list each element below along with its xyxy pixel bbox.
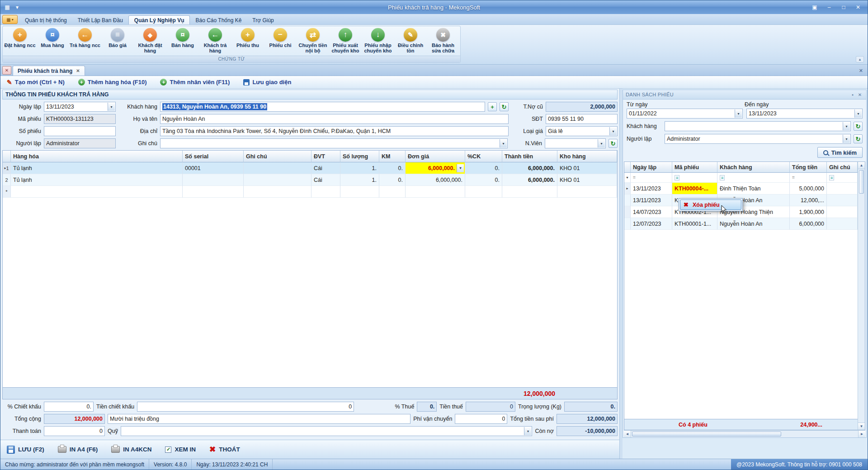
dropdown-icon[interactable]: ▾ xyxy=(854,109,862,118)
ribbon-button-khach-dat-hang[interactable]: ◆ Khách đặt hàng xyxy=(134,27,166,55)
minimize-button[interactable]: – xyxy=(822,3,836,12)
dropdown-icon[interactable]: ▾ xyxy=(108,103,115,111)
preview-checkbox[interactable]: ✓ XEM IN xyxy=(165,446,196,453)
col-hang-hoa[interactable]: Hàng hóa xyxy=(11,151,183,162)
dropdown-icon[interactable]: ▾ xyxy=(500,139,507,147)
col-km[interactable]: KM xyxy=(379,151,406,162)
ribbon-button-khach-tra-hang[interactable]: ← Khách trả hàng xyxy=(199,27,231,55)
col-khach-hang[interactable]: Khách hàng xyxy=(717,162,790,173)
filter-row[interactable]: ▼ = ≡ ≡ = ≡ xyxy=(624,173,858,183)
tab-close-icon[interactable]: ✕ xyxy=(76,68,80,73)
filter-khach-hang[interactable]: ≡ xyxy=(717,173,790,183)
scroll-thumb[interactable] xyxy=(632,432,781,437)
pct-chiet-khau-input[interactable]: 0. xyxy=(44,402,94,412)
tab-tro-giup[interactable]: Trợ Giúp xyxy=(247,16,279,24)
cell-thanh-tien[interactable]: 6,000,000. xyxy=(502,162,557,174)
save-layout-button[interactable]: Lưu giao diện xyxy=(241,78,293,86)
dropdown-icon[interactable]: ▾ xyxy=(843,122,850,130)
cell-hang-hoa[interactable]: Tủ lạnh xyxy=(11,174,183,186)
ribbon-button-chuyen-tien-noi-bo[interactable]: ⇄ Chuyển tiền nội bộ xyxy=(297,27,329,55)
cell-kho-hang[interactable]: KHO 01 xyxy=(557,174,617,186)
voucher-row-1[interactable]: ▸ 13/11/2023 KTH00004-... Đinh Thiện Toà… xyxy=(624,183,858,195)
phi-van-chuyen-input[interactable]: 0 xyxy=(455,414,507,424)
cell-pct-ck[interactable]: 0. xyxy=(465,174,502,186)
col-ngay-lap[interactable]: Ngày lập xyxy=(631,162,672,173)
ghi-chu-input[interactable]: ▾ xyxy=(160,138,508,148)
print-a4-button[interactable]: IN A4 (F6) xyxy=(58,446,98,453)
context-menu-delete-item[interactable]: ✖ Xóa phiếu xyxy=(680,199,741,210)
den-ngay-input[interactable]: 13/11/2023▾ xyxy=(746,109,863,119)
ribbon-button-bao-gia[interactable]: ≡ Báo giá xyxy=(101,27,134,55)
ribbon-button-tra-hang-ncc[interactable]: ← Trả hàng ncc xyxy=(69,27,101,55)
nguoi-lap-filter-input[interactable]: Administrator▾ xyxy=(665,134,851,144)
dia-chi-input[interactable]: Tầng 03 Tòa nhà Indochina Park Tower, Số… xyxy=(160,126,509,136)
panel-close-icon[interactable]: ✕ xyxy=(856,92,863,97)
ribbon-button-phieu-nhap-chuyen-kho[interactable]: ↓ Phiếu nhập chuyển kho xyxy=(362,27,394,55)
cell-dvt[interactable]: Cái xyxy=(311,162,340,174)
cell-km[interactable]: 0. xyxy=(379,162,406,174)
dropdown-icon[interactable]: ▾ xyxy=(524,427,531,435)
filter-ghi-chu[interactable]: ≡ xyxy=(827,173,858,183)
cell-hang-hoa[interactable]: Tủ lạnh xyxy=(11,162,183,174)
cell-so-luong[interactable]: 1. xyxy=(340,174,379,186)
item-new-row[interactable]: * xyxy=(3,186,617,198)
ribbon-button-phieu-chi[interactable]: − Phiếu chi xyxy=(264,27,297,55)
maximize-button[interactable]: □ xyxy=(837,3,850,12)
col-kho-hang[interactable]: Kho hàng xyxy=(557,151,617,162)
filter-ngay-lap[interactable]: = xyxy=(631,173,672,183)
col-don-gia[interactable]: Đơn giá xyxy=(406,151,465,162)
ribbon-button-phieu-thu[interactable]: + Phiếu thu xyxy=(231,27,264,55)
close-button[interactable]: ✕ xyxy=(851,3,865,12)
khach-hang-input[interactable]: 14313, Nguyễn Hoàn An, 0939 55 11 90 xyxy=(160,102,485,112)
col-pct-ck[interactable]: %CK xyxy=(465,151,502,162)
cell-thanh-tien[interactable]: 6,000,000. xyxy=(502,174,557,186)
dropdown-icon[interactable]: ▾ xyxy=(598,139,605,147)
filter-tong-tien[interactable]: = xyxy=(790,173,827,183)
ribbon-collapse-button[interactable]: ▴ xyxy=(856,56,864,62)
item-row-1[interactable]: ▸1 Tủ lạnh 00001 Cái 1. 0. 6,000,000.▾ 0… xyxy=(3,162,617,174)
search-button[interactable]: Tìm kiếm xyxy=(817,147,863,158)
new-button[interactable]: ✎ Tạo mới (Ctrl + N) xyxy=(5,78,66,87)
col-tong-tien[interactable]: Tổng tiền xyxy=(790,162,827,173)
cell-don-gia[interactable]: 6,000,000.▾ xyxy=(406,162,465,174)
dropdown-icon[interactable]: ▾ xyxy=(609,127,617,135)
refresh-employee-button[interactable]: ↻ xyxy=(609,139,618,148)
dropdown-icon[interactable]: ▾ xyxy=(843,135,850,143)
add-employee-button[interactable]: + Thêm nhân viên (F11) xyxy=(158,78,231,86)
add-customer-button[interactable]: + xyxy=(488,102,497,111)
close-tab-button[interactable]: ✕ xyxy=(2,66,11,75)
scroll-down-icon[interactable]: ▼ xyxy=(858,423,865,430)
fit-screen-button[interactable]: ▣ xyxy=(808,3,821,12)
dropdown-icon[interactable]: ▾ xyxy=(735,109,742,118)
cell-pct-ck[interactable]: 0. xyxy=(465,162,502,174)
scroll-up-icon[interactable]: ▲ xyxy=(858,162,865,169)
scroll-right-icon[interactable]: ► xyxy=(858,431,865,437)
scroll-thumb[interactable] xyxy=(859,170,864,194)
col-ma-phieu[interactable]: Mã phiếu xyxy=(672,162,717,173)
tab-thiet-lap-ban-dau[interactable]: Thiết Lập Ban Đầu xyxy=(72,16,128,24)
filter-ma-phieu[interactable]: ≡ xyxy=(672,173,717,183)
tu-ngay-input[interactable]: 01/11/2022▾ xyxy=(627,109,743,119)
refresh-customer-button[interactable]: ↻ xyxy=(500,102,509,111)
pct-thue-input[interactable]: 0. xyxy=(417,402,437,412)
sdt-input[interactable]: 0939 55 11 90 xyxy=(546,114,618,124)
refresh-user-filter-button[interactable]: ↻ xyxy=(854,134,863,143)
col-ghi-chu[interactable]: Ghi chú xyxy=(827,162,858,173)
cell-km[interactable]: 0. xyxy=(379,174,406,186)
ribbon-button-bao-hanh-sua-chua[interactable]: ✖ Bảo hành sửa chữa xyxy=(427,27,459,55)
cell-ghi-chu[interactable] xyxy=(244,174,311,186)
ribbon-button-dieu-chinh-ton[interactable]: ✎ Điều chỉnh tồn xyxy=(394,27,427,55)
focused-cell[interactable]: KTH00004-... xyxy=(672,183,717,195)
cell-so-serial[interactable]: 00001 xyxy=(183,162,244,174)
tabbar-close-icon[interactable]: ✕ xyxy=(859,68,867,74)
ribbon-button-dat-hang-ncc[interactable]: + Đặt hàng ncc xyxy=(4,27,36,55)
col-so-luong[interactable]: Số lượng xyxy=(340,151,379,162)
cell-so-serial[interactable] xyxy=(183,174,244,186)
col-ghi-chu[interactable]: Ghi chú xyxy=(244,151,311,162)
application-menu-button[interactable]: ▦▾ xyxy=(2,15,18,24)
vertical-scrollbar[interactable]: ▲ ▼ xyxy=(858,162,865,430)
exit-button[interactable]: ✖ THOÁT xyxy=(209,445,240,454)
tab-bao-cao-thong-ke[interactable]: Báo Cáo Thống Kê xyxy=(190,16,247,24)
add-item-button[interactable]: + Thêm hàng hóa (F10) xyxy=(76,78,149,86)
ribbon-button-mua-hang[interactable]: ¤ Mua hàng xyxy=(36,27,69,55)
